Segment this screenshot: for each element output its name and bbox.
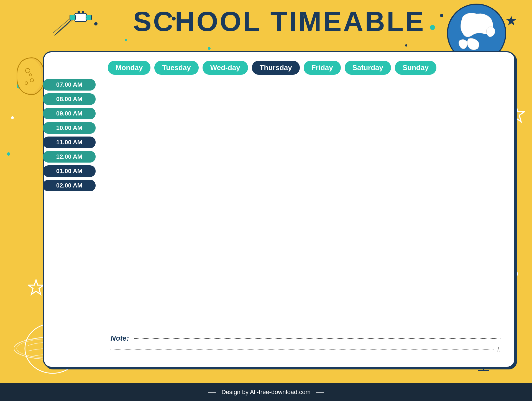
footer-dash-right: — <box>316 388 324 397</box>
note-line-1: Note: <box>111 334 500 343</box>
note-dots-1 <box>133 338 500 339</box>
title-area: SCHOOL TIMEABLE <box>43 6 515 37</box>
footer: — Design by All-free-download.com — <box>0 383 532 401</box>
time-slot-2: 09.00 AM <box>43 108 96 119</box>
time-slot-4: 11.00 AM <box>43 137 96 148</box>
timetable-wrapper: 07.00 AM08.00 AM09.00 AM10.00 AM11.00 AM… <box>43 51 515 368</box>
time-slot-1: 08.00 AM <box>43 93 96 105</box>
time-slot-3: 10.00 AM <box>43 122 96 134</box>
footer-dash-left: — <box>208 388 216 397</box>
day-pill-sunday[interactable]: Sunday <box>395 61 436 75</box>
day-pill-friday[interactable]: Friday <box>304 61 341 75</box>
time-slot-0: 07.00 AM <box>43 79 96 91</box>
note-label: Note: <box>111 334 129 343</box>
day-pill-thursday[interactable]: Thursday <box>252 61 300 75</box>
day-pill-wedday[interactable]: Wed-day <box>203 61 248 75</box>
time-slot-7: 02.00 AM <box>43 180 96 191</box>
day-pill-tuesday[interactable]: Tuesday <box>154 61 199 75</box>
day-pill-saturday[interactable]: Saturday <box>345 61 391 75</box>
time-slot-5: 12.00 AM <box>43 151 96 163</box>
days-row: MondayTuesdayWed-dayThursdayFridaySaturd… <box>108 61 503 75</box>
note-dots-2 <box>111 349 493 350</box>
note-section: Note: /. <box>111 334 500 353</box>
note-line-2: /. <box>111 346 500 353</box>
time-slot-6: 01.00 AM <box>43 165 96 177</box>
day-pill-monday[interactable]: Monday <box>108 61 150 75</box>
time-slots-column: 07.00 AM08.00 AM09.00 AM10.00 AM11.00 AM… <box>43 79 96 191</box>
footer-text: Design by All-free-download.com <box>221 389 311 396</box>
note-dots-end: /. <box>497 346 500 353</box>
timetable-card: MondayTuesdayWed-dayThursdayFridaySaturd… <box>43 51 515 368</box>
page-title: SCHOOL TIMEABLE <box>43 6 515 37</box>
